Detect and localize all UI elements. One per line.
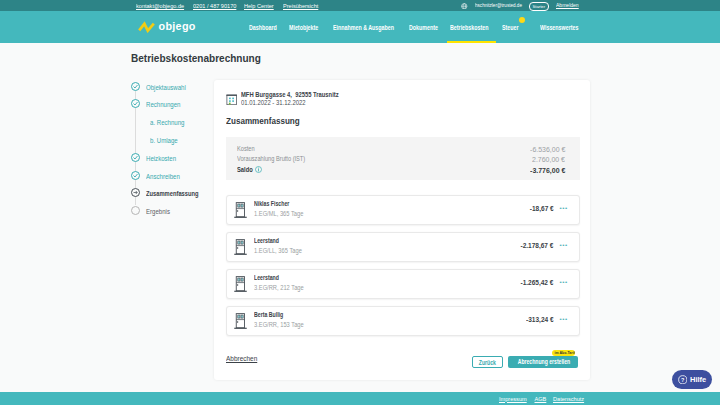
svg-text:?: ? [681, 376, 685, 382]
